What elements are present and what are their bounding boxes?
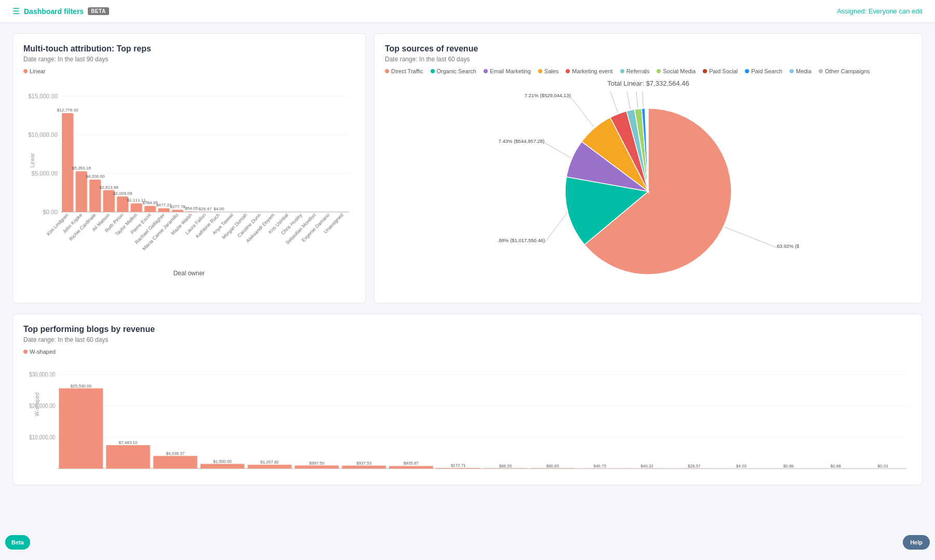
chart1-legend: Linear [23, 68, 46, 74]
bar-canvas-3 [23, 360, 912, 474]
legend-item: Marketing event [566, 68, 612, 74]
chart2-date-range: Date range: In the last 60 days [385, 56, 912, 63]
chart3-area: W-shaped [23, 360, 912, 474]
dashboard-title: Dashboard filters [24, 7, 84, 16]
top-bar-right: Assigned: Everyone can edit [837, 7, 923, 15]
blogs-chart-card: Top performing blogs by revenue Date ran… [12, 314, 923, 485]
legend-dot-3 [23, 350, 28, 354]
legend-item: Social Media [657, 68, 696, 74]
chart1-title: Multi-touch attribution: Top reps [23, 44, 355, 54]
bar-chart-card: Multi-touch attribution: Top reps Date r… [12, 33, 366, 303]
pie-canvas [498, 91, 799, 284]
bar-chart-inner [23, 79, 355, 256]
pie-chart-card: Top sources of revenue Date range: In th… [374, 33, 923, 303]
legend-item: Media [790, 68, 811, 74]
legend-item: Paid Social [703, 68, 738, 74]
chart3-date-range: Date range: In the last 60 days [23, 336, 912, 343]
chart3-legend: W-shaped [23, 349, 56, 355]
legend-dot [23, 69, 28, 73]
pie-total: Total Linear: $7,332,564.46 [385, 79, 912, 87]
chart3-title: Top performing blogs by revenue [23, 325, 912, 334]
chart3-legend-label: W-shaped [30, 349, 56, 355]
legend-item: Paid Search [745, 68, 782, 74]
legend-item: Sales [538, 68, 559, 74]
assigned-value[interactable]: Everyone can edit [869, 7, 923, 15]
top-bar-left: ☰ Dashboard filters BETA [12, 6, 109, 16]
beta-badge: BETA [88, 7, 109, 15]
legend-item: Other Campaigns [819, 68, 870, 74]
legend-item: Referrals [620, 68, 650, 74]
x-axis-title: Deal owner [23, 270, 355, 277]
chart2-legend-row: Direct TrafficOrganic SearchEmail Market… [385, 68, 912, 76]
main-content: Multi-touch attribution: Top reps Date r… [0, 23, 935, 496]
menu-icon[interactable]: ☰ [12, 6, 20, 16]
assigned-label: Assigned: [837, 7, 866, 15]
legend-item: Organic Search [431, 68, 476, 74]
y-axis-title-3: W-shaped [34, 393, 40, 416]
pie-container-wrap [385, 91, 912, 284]
chart1-area: Linear Deal owner [23, 79, 355, 277]
top-bar: ☰ Dashboard filters BETA Assigned: Every… [0, 0, 935, 23]
top-row: Multi-touch attribution: Top reps Date r… [12, 33, 923, 303]
chart1-legend-label: Linear [30, 68, 46, 74]
chart2-title: Top sources of revenue [385, 44, 912, 54]
legend-item: Email Marketing [484, 68, 531, 74]
chart1-date-range: Date range: In the last 90 days [23, 56, 355, 63]
legend-item: Direct Traffic [385, 68, 423, 74]
